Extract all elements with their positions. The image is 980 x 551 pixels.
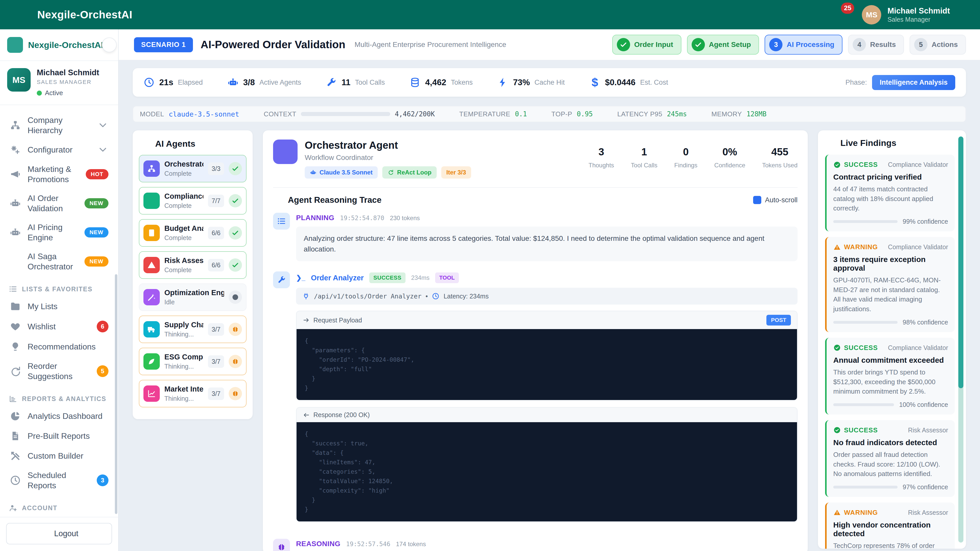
separator-dot: • [425, 292, 428, 300]
sidebar-item-company-hierarchy[interactable]: Company Hierarchy [6, 111, 112, 140]
list-icon [9, 285, 18, 293]
stat-value: 3 [589, 146, 614, 158]
stat-value: 455 [762, 146, 797, 158]
finding-description: Order passed all fraud detection checks.… [833, 450, 948, 479]
logout-button[interactable]: Logout [6, 523, 112, 545]
latency-value: 245ms [667, 110, 687, 118]
agent-item-supply-chain-i-[interactable]: Supply Chain I...Thinking...3/7 [139, 316, 247, 343]
agent-name: Supply Chain I... [164, 321, 204, 329]
agent-stat-tokens-used: 455Tokens Used [762, 146, 797, 169]
sidebar-item-ai-saga-orchestrator[interactable]: AI Saga OrchestratorNEW [6, 247, 112, 276]
sidebar-item-wishlist[interactable]: Wishlist6 [6, 316, 112, 337]
checkbox-checked-icon[interactable] [753, 196, 761, 204]
notifications-bell-icon[interactable]: 25 [833, 8, 848, 22]
trace-entry-reasoning: REASONING19:52:57.546174 tokensOrder com… [273, 539, 797, 551]
sidebar-item-my-lists[interactable]: My Lists [6, 297, 112, 316]
finding-level: SUCCESS [833, 161, 878, 168]
step-actions[interactable]: 5Actions [910, 35, 966, 55]
sidebar-collapse-button[interactable] [102, 38, 117, 52]
metric-tokens: 4,462Tokens [409, 77, 473, 88]
sidebar-scrollbar[interactable] [115, 274, 118, 514]
sidebar-item-label: Wishlist [27, 321, 90, 332]
request-label-wrap: Request Payload [303, 317, 362, 324]
request-json: { "parameters": { "orderId": "PO-2024-00… [305, 336, 789, 393]
sidebar-item-ai-pricing-engine[interactable]: AI Pricing EngineNEW [6, 218, 112, 247]
agent-stat-thoughts: 3Thoughts [589, 146, 614, 169]
sidebar-item-label: My Lists [27, 301, 108, 311]
agent-name: Market Intellig... [164, 385, 204, 393]
sidebar-item-label: AI Order Validation [27, 193, 78, 213]
agent-info: Orchestrator ...Complete [164, 160, 204, 177]
sidebar-item-custom-builder[interactable]: Custom Builder [6, 446, 112, 466]
step-order-input[interactable]: Order Input [612, 35, 681, 55]
sidebar-item-marketing-promotions[interactable]: Marketing & PromotionsHOT [6, 160, 112, 189]
agent-item-optimization-engine[interactable]: Optimization EngineIdle [139, 283, 247, 311]
sidebar-item-ai-order-validation[interactable]: AI Order ValidationNEW [6, 189, 112, 218]
trace-entry-time: 19:52:54.870 [340, 214, 384, 222]
sidebar-item-pre-built-reports[interactable]: Pre-Built Reports [6, 426, 112, 446]
sidebar-item-label: Marketing & Promotions [27, 164, 79, 184]
metric-value: 21s [159, 78, 173, 87]
gears-icon [10, 144, 21, 156]
metric-value: 3/8 [243, 78, 255, 87]
agent-item-risk-assessor[interactable]: Risk AssessorComplete6/6 [139, 251, 247, 279]
agent-info: Compliance V...Complete [164, 192, 204, 210]
sidebar-item-scheduled-reports[interactable]: Scheduled Reports3 [6, 466, 112, 495]
findings-scrollbar-thumb[interactable] [958, 137, 963, 388]
finding-level-label: SUCCESS [844, 426, 878, 434]
memory-value: 128MB [746, 110, 767, 118]
redo-icon [10, 365, 21, 377]
findings-scrollbar[interactable] [958, 137, 963, 543]
arrow-left-icon [303, 411, 310, 419]
finding-level-label: SUCCESS [844, 344, 878, 352]
autoscroll-toggle[interactable]: Auto-scroll [753, 196, 797, 204]
wand-icon [143, 289, 160, 305]
agent-status: Complete [164, 170, 204, 177]
sidebar: Nexgile-OrchestAI MS Michael Schmidt SAL… [0, 29, 119, 551]
step-number: 5 [914, 38, 928, 51]
sidebar-item-configurator[interactable]: Configurator [6, 140, 112, 160]
sidebar-item-label: Custom Builder [27, 451, 108, 461]
user-role: SALES MANAGER [37, 79, 99, 86]
count-badge: 6 [97, 321, 108, 332]
model-value: claude-3.5-sonnet [169, 110, 239, 118]
agent-item-budget-analy-[interactable]: Budget Analy...Complete6/6 [139, 219, 247, 247]
scenario-badge: SCENARIO 1 [134, 37, 193, 52]
finding-agent: Compliance Validator [888, 243, 948, 251]
robot-icon [228, 77, 239, 88]
metric-elapsed: 21sElapsed [143, 77, 203, 88]
metric-label: Tool Calls [355, 79, 385, 86]
finding-level-label: WARNING [844, 243, 878, 251]
step-results[interactable]: 4Results [848, 35, 904, 55]
chart-line-icon [143, 386, 160, 402]
cart-plus-icon[interactable] [805, 8, 819, 22]
sidebar-item-reorder-suggestions[interactable]: Reorder Suggestions5 [6, 357, 112, 386]
finding-confidence: 99% confidence [833, 218, 948, 225]
agent-status: Idle [164, 299, 224, 306]
check-icon [755, 197, 760, 203]
user-menu[interactable]: MS Michael Schmidt Sales Manager [862, 5, 965, 24]
agent-item-esg-complia-[interactable]: ESG Complia...Thinking...3/7 [139, 348, 247, 375]
trace-entry-text: Analyzing order structure: 47 line items… [296, 227, 797, 261]
sidebar-item-recommendations[interactable]: Recommendations [6, 337, 112, 357]
calculator-icon [143, 225, 160, 241]
badge-text: Claude 3.5 Sonnet [320, 169, 372, 176]
finding-description: GPU-4070Ti, RAM-ECC-64G, MON-MED-27 are … [833, 275, 948, 314]
user-status: Active [45, 89, 63, 97]
step-agent-setup[interactable]: Agent Setup [687, 35, 759, 55]
agent-state-indicator [229, 291, 242, 304]
agent-item-market-intellig-[interactable]: Market Intellig...Thinking...3/7 [139, 380, 247, 407]
agent-item-compliance-v-[interactable]: Compliance V...Complete7/7 [139, 187, 247, 214]
sidebar-item-analytics-dashboard[interactable]: Analytics Dashboard [6, 406, 112, 426]
nav-badge: NEW [84, 227, 108, 238]
agent-icon [143, 192, 160, 209]
finding-header: SUCCESSCompliance Validator [833, 161, 948, 168]
stat-label: Tool Calls [631, 162, 657, 169]
finding-agent: Compliance Validator [888, 344, 948, 351]
org-chart-icon [10, 120, 21, 131]
finding-level: WARNING [833, 509, 878, 516]
finding-title: High vendor concentration detected [833, 521, 948, 538]
step-ai-processing[interactable]: 3AI Processing [765, 35, 842, 55]
agent-item-orchestrator-[interactable]: Orchestrator ...Complete3/3 [139, 155, 247, 183]
sidebar-item-label: Pre-Built Reports [27, 431, 108, 441]
